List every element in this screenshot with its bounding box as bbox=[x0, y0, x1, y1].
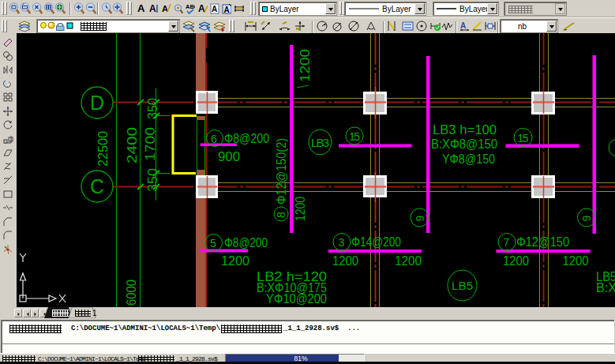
svg-text:15: 15 bbox=[518, 132, 529, 144]
svg-text:9: 9 bbox=[414, 216, 426, 222]
svg-text:9: 9 bbox=[580, 216, 593, 222]
svg-text:Φ12@150(2): Φ12@150(2) bbox=[274, 138, 289, 205]
svg-text:C: C bbox=[90, 175, 104, 197]
svg-text:YΦ8@150: YΦ8@150 bbox=[442, 152, 495, 167]
svg-text:350: 350 bbox=[145, 168, 160, 192]
svg-text:1200: 1200 bbox=[298, 49, 313, 82]
svg-text:2400: 2400 bbox=[125, 127, 140, 163]
svg-text:A: A bbox=[224, 6, 230, 14]
svg-text:15: 15 bbox=[349, 130, 360, 143]
svg-text:Φ14@200: Φ14@200 bbox=[351, 235, 401, 250]
svg-text:ABC: ABC bbox=[186, 3, 195, 10]
svg-text:B:X: B:X bbox=[596, 280, 615, 295]
svg-text:6: 6 bbox=[211, 133, 217, 145]
svg-text:6000: 6000 bbox=[124, 280, 139, 306]
svg-text:1200: 1200 bbox=[293, 197, 308, 221]
svg-text:1200: 1200 bbox=[395, 253, 422, 268]
svg-text:1200: 1200 bbox=[563, 253, 589, 268]
svg-text:350: 350 bbox=[145, 98, 160, 119]
svg-text:3: 3 bbox=[339, 236, 345, 249]
svg-text:LB3: LB3 bbox=[311, 136, 329, 149]
svg-text:A: A bbox=[162, 4, 168, 13]
svg-text:Φ8@200: Φ8@200 bbox=[224, 235, 268, 250]
svg-text:A: A bbox=[198, 3, 205, 14]
svg-text:D: D bbox=[90, 92, 104, 114]
svg-text:LB3 h=100: LB3 h=100 bbox=[433, 122, 497, 137]
svg-text:22500: 22500 bbox=[96, 131, 111, 167]
svg-text:1200: 1200 bbox=[503, 253, 529, 268]
svg-text:B:XΦ8@150: B:XΦ8@150 bbox=[431, 137, 497, 152]
svg-text:A: A bbox=[137, 2, 145, 14]
svg-text:900: 900 bbox=[218, 149, 240, 164]
svg-text:YΦ10@200: YΦ10@200 bbox=[266, 291, 327, 306]
svg-text:1200: 1200 bbox=[221, 253, 249, 268]
svg-text:A: A bbox=[460, 21, 466, 30]
svg-text:A: A bbox=[212, 5, 217, 13]
svg-text:Φ12@150: Φ12@150 bbox=[516, 235, 569, 250]
svg-text:8: 8 bbox=[275, 212, 287, 218]
svg-text:LB5: LB5 bbox=[452, 279, 473, 292]
svg-text:1700: 1700 bbox=[143, 127, 158, 161]
svg-text:7: 7 bbox=[504, 236, 510, 249]
svg-text:5: 5 bbox=[210, 237, 216, 250]
svg-text:Φ8@200: Φ8@200 bbox=[224, 131, 269, 146]
svg-text:1200: 1200 bbox=[332, 253, 358, 268]
svg-text:A: A bbox=[149, 3, 156, 14]
